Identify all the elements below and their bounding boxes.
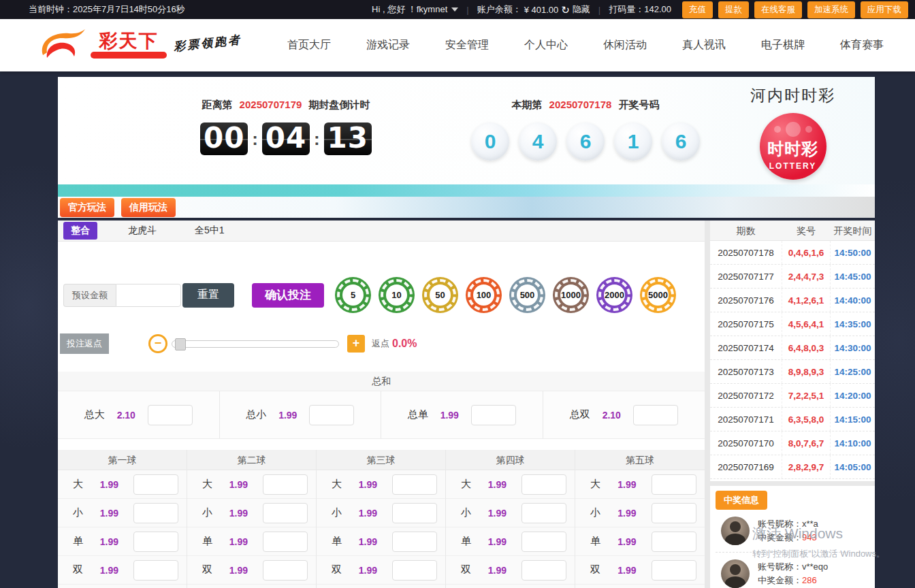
countdown-label: 距离第 20250707179 期封盘倒计时 <box>123 99 449 112</box>
ball-bet-row: 小 1.99 <box>446 499 575 527</box>
current-clock: 当前时钟：2025年7月7日14时50分16秒 <box>29 3 185 16</box>
winner-info: 账号昵称：x**a 中奖金额：943 <box>758 517 818 544</box>
chip-row: 5 10 50 100 500 1000 2000 5000 <box>335 277 676 313</box>
chip-value: 50 <box>430 284 451 306</box>
ball-column-1: 第二球 大 1.99 小 1.99 单 1.99 双 1.99 <box>187 450 317 588</box>
bet-amount-input[interactable] <box>392 532 437 552</box>
bet-amount-input[interactable] <box>471 405 516 425</box>
sub-tab-0[interactable]: 整合 <box>63 222 97 240</box>
topbar-button-2[interactable]: 在线客服 <box>754 1 802 18</box>
topbar-button-3[interactable]: 加速系统 <box>807 1 855 18</box>
nav-item-4[interactable]: 休闲活动 <box>603 38 647 52</box>
divider: | <box>465 5 470 15</box>
rebate-increase-button[interactable]: + <box>347 335 365 353</box>
chip-5000[interactable]: 5000 <box>640 277 676 313</box>
bet-amount-input[interactable] <box>133 474 178 495</box>
ball-bet-row: 双 1.99 <box>317 556 445 585</box>
topbar-button-1[interactable]: 提款 <box>718 1 749 18</box>
bet-amount-input[interactable] <box>133 503 178 523</box>
bet-amount-input[interactable] <box>263 532 308 552</box>
confirm-bet-button[interactable]: 确认投注 <box>252 283 324 308</box>
bet-odds: 1.99 <box>488 479 521 490</box>
history-issue: 20250707174 <box>710 343 782 353</box>
chip-500[interactable]: 500 <box>509 277 545 313</box>
nav-item-5[interactable]: 真人视讯 <box>682 38 726 52</box>
chip-100[interactable]: 100 <box>466 277 502 313</box>
winner-amount: 中奖金额：286 <box>758 574 828 587</box>
logo-text: 彩天下 <box>91 32 167 59</box>
winner-name: 账号昵称：x**a <box>758 517 818 531</box>
bet-amount-input[interactable] <box>652 474 696 495</box>
bet-amount-input[interactable] <box>652 532 696 552</box>
bet-amount-input[interactable] <box>633 405 678 425</box>
nav-item-6[interactable]: 电子棋牌 <box>761 38 805 52</box>
bet-option-label: 总大 <box>84 408 105 421</box>
bet-amount-input[interactable] <box>652 503 696 523</box>
nav-item-3[interactable]: 个人中心 <box>524 38 568 52</box>
bet-amount-input[interactable] <box>392 503 437 523</box>
ball-bet-row: 0 9.90 <box>187 585 316 588</box>
winner-avatar <box>721 559 750 588</box>
bet-amount-input[interactable] <box>263 560 308 581</box>
hide-balance-link[interactable]: 隐藏 <box>573 3 590 16</box>
game-block: 河内时时彩 时时彩 LOTTERY <box>750 85 835 180</box>
sub-tab-1[interactable]: 龙虎斗 <box>121 222 164 240</box>
bet-amount-input[interactable] <box>263 474 308 495</box>
topbar-button-0[interactable]: 充值 <box>682 1 713 18</box>
logo-slogan: 彩票领跑者 <box>173 32 242 54</box>
draw-result-block: 本期第 20250707178 开奖号码 04616 <box>439 99 732 161</box>
bet-amount-input[interactable] <box>392 474 437 495</box>
bet-amount-input[interactable] <box>309 405 354 425</box>
preset-amount-input[interactable] <box>116 284 181 307</box>
sub-tab-2[interactable]: 全5中1 <box>187 222 232 240</box>
bet-amount-input[interactable] <box>263 503 308 523</box>
nav-item-2[interactable]: 安全管理 <box>445 38 489 52</box>
ball-bet-row: 小 1.99 <box>575 499 705 527</box>
bet-amount-input[interactable] <box>521 532 566 552</box>
bet-amount-input[interactable] <box>133 532 178 552</box>
history-numbers: 6,3,5,8,0 <box>782 408 831 431</box>
rebate-slider-handle[interactable] <box>175 338 186 350</box>
chip-5[interactable]: 5 <box>335 277 371 313</box>
play-mode-tab-0[interactable]: 官方玩法 <box>60 198 114 217</box>
reset-button[interactable]: 重置 <box>182 283 234 308</box>
topbar-right: Hi , 您好 ！fkymnet | 账户余额： ¥ 401.00 ↻ 隐藏 |… <box>372 1 908 18</box>
ball-column-header: 第五球 <box>575 450 705 470</box>
nav-item-1[interactable]: 游戏记录 <box>366 38 410 52</box>
rebate-value: 0.0% <box>392 338 417 350</box>
bet-option-label: 单 <box>461 535 488 548</box>
bet-odds: 1.99 <box>359 565 392 576</box>
bet-amount-input[interactable] <box>392 560 437 581</box>
countdown-suffix: 期封盘倒计时 <box>309 99 370 110</box>
play-mode-tab-1[interactable]: 信用玩法 <box>121 198 176 217</box>
nav-item-0[interactable]: 首页大厅 <box>287 38 331 52</box>
user-menu[interactable]: Hi , 您好 ！fkymnet <box>372 3 458 16</box>
bet-amount-input[interactable] <box>521 503 566 523</box>
refresh-icon[interactable]: ↻ <box>561 5 570 15</box>
chip-1000[interactable]: 1000 <box>553 277 589 313</box>
chip-10[interactable]: 10 <box>379 277 415 313</box>
logo-underline <box>91 52 167 59</box>
winners-badge[interactable]: 中奖信息 <box>716 491 767 510</box>
bet-amount-input[interactable] <box>521 474 566 495</box>
ball-column-2: 第三球 大 1.99 小 1.99 单 1.99 双 1.99 <box>317 450 446 588</box>
bet-amount-input[interactable] <box>148 405 193 425</box>
chip-value: 5000 <box>647 284 669 306</box>
history-numbers: 7,2,2,5,1 <box>782 384 831 407</box>
bet-amount-input[interactable] <box>652 560 696 581</box>
site-logo[interactable]: 彩天下 彩票领跑者 <box>37 27 242 65</box>
nav-item-7[interactable]: 体育赛事 <box>840 38 884 52</box>
balance-label: 账户余额： <box>477 3 521 16</box>
chip-2000[interactable]: 2000 <box>596 277 632 313</box>
topbar-button-4[interactable]: 应用下载 <box>861 1 908 18</box>
draw-balls: 04616 <box>439 122 732 161</box>
bet-amount-input[interactable] <box>133 560 178 581</box>
chip-50[interactable]: 50 <box>422 277 458 313</box>
bet-option-label: 小 <box>202 506 229 519</box>
bet-amount-input[interactable] <box>521 560 566 581</box>
history-row: 20250707169 2,8,2,9,7 14:05:00 <box>710 455 875 479</box>
bet-odds: 1.99 <box>359 479 392 490</box>
ball-bet-row: 双 1.99 <box>187 556 316 585</box>
rebate-slider-track[interactable] <box>172 340 339 348</box>
rebate-decrease-button[interactable]: − <box>148 334 167 353</box>
